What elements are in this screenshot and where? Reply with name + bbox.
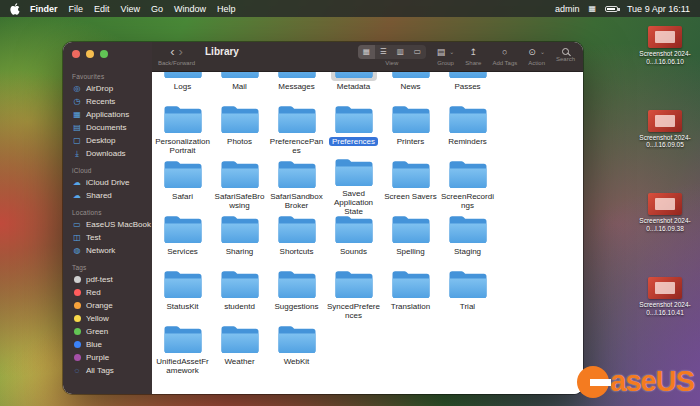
desktop-icon-screenshot[interactable]: Screenshot 2024-0...l.16.09.05 [635,110,695,150]
group-button[interactable]: ▤ ⌄ Group [437,45,455,66]
folder-label: Logs [174,82,191,91]
sidebar-item-label: pdf-test [86,275,113,284]
folder-item-reminders[interactable]: Reminders [439,101,496,156]
menu-item-window[interactable]: Window [174,4,206,14]
desktop-icon-screenshot[interactable]: Screenshot 2024-0...l.16.10.41 [635,277,695,317]
sidebar-item-purple[interactable]: Purple [63,351,152,364]
folder-item-mail[interactable]: Mail [211,72,268,101]
folder-item-sharing[interactable]: Sharing [211,211,268,266]
tag-dot-icon [74,354,81,361]
folder-label: Printers [397,137,425,146]
folder-item-webkit[interactable]: WebKit [268,321,325,376]
sidebar-item-blue[interactable]: Blue [63,338,152,351]
folder-item-trial[interactable]: Trial [439,266,496,321]
sidebar-item-label: Purple [86,353,109,362]
folder-item-safarisafebrowsing[interactable]: SafariSafeBrowsing [211,156,268,211]
folder-item-screen-savers[interactable]: Screen Savers [382,156,439,211]
folder-item-translation[interactable]: Translation [382,266,439,321]
back-button[interactable]: ‹ [170,46,174,58]
sidebar-item-green[interactable]: Green [63,325,152,338]
menu-clock[interactable]: Tue 9 Apr 16:11 [627,4,690,14]
folder-item-syncedpreferences[interactable]: SyncedPreferences [325,266,382,321]
folder-label-text: SyncedPreferences [327,302,380,320]
folder-item-weather[interactable]: Weather [211,321,268,376]
sidebar-item-orange[interactable]: Orange [63,299,152,312]
folder-view: LogsMailMessagesMetadataNewsPassesPerson… [152,72,583,394]
easeus-logo-text: aseUS [610,365,694,398]
input-source-icon[interactable]: ▦ [588,4,596,13]
menu-item-edit[interactable]: Edit [94,4,110,14]
folder-item-messages[interactable]: Messages [268,72,325,101]
folder-item-preferencepanes[interactable]: PreferencePanes [268,101,325,156]
view-gallery-button[interactable]: ▭ [409,45,426,59]
folder-label-text: SafariSandboxBroker [270,192,322,210]
zoom-button[interactable] [100,50,108,58]
sidebar-item-pdf-test[interactable]: pdf-test [63,273,152,286]
minimize-button[interactable] [86,50,94,58]
apple-menu[interactable] [10,3,20,15]
folder-item-unifiedassetframework[interactable]: UnifiedAssetFramework [154,321,211,376]
view-icons-button[interactable]: ▦ [358,45,375,59]
sidebar-item-easeus-macbook-air[interactable]: ▭EaseUS MacBook Air [63,218,152,231]
view-columns-button[interactable]: ▥ [392,45,409,59]
sidebar-item-airdrop[interactable]: ◎AirDrop [63,82,152,95]
folder-item-safarisandboxbroker[interactable]: SafariSandboxBroker [268,156,325,211]
folder-item-staging[interactable]: Staging [439,211,496,266]
sidebar-item-applications[interactable]: ▦Applications [63,108,152,121]
sidebar-item-recents[interactable]: ◷Recents [63,95,152,108]
desktop-icon-screenshot[interactable]: Screenshot 2024-0...l.16.06.10 [635,26,695,66]
action-button[interactable]: ⊙ ⌄ Action [528,45,545,66]
sidebar-item-downloads[interactable]: ⤓Downloads [63,147,152,160]
folder-label-text: UnifiedAssetFramework [156,357,208,375]
menu-item-help[interactable]: Help [217,4,236,14]
folder-item-shortcuts[interactable]: Shortcuts [268,211,325,266]
folder-label-text: StatusKit [166,302,198,311]
battery-icon[interactable] [605,6,618,12]
add-tags-button[interactable]: ○ Add Tags [492,45,517,66]
folder-icon [160,72,206,81]
forward-button[interactable]: › [179,46,183,58]
folder-item-services[interactable]: Services [154,211,211,266]
folder-item-metadata[interactable]: Metadata [325,72,382,101]
folder-item-preferences[interactable]: Preferences [325,101,382,156]
sidebar-item-all-tags[interactable]: ◌All Tags [63,364,152,377]
folder-item-screenrecordings[interactable]: ScreenRecordings [439,156,496,211]
menu-item-finder[interactable]: Finder [30,4,58,14]
folder-item-sounds[interactable]: Sounds [325,211,382,266]
folder-item-news[interactable]: News [382,72,439,101]
folder-item-safari[interactable]: Safari [154,156,211,211]
menu-item-go[interactable]: Go [151,4,163,14]
folder-item-spelling[interactable]: Spelling [382,211,439,266]
sidebar-item-label: Desktop [86,136,115,145]
sidebar-item-red[interactable]: Red [63,286,152,299]
sidebar-item-icloud-drive[interactable]: ☁iCloud Drive [63,176,152,189]
folder-icon [274,267,320,301]
folder-item-printers[interactable]: Printers [382,101,439,156]
folder-label: PersonalizationPortrait [155,137,210,155]
search-button[interactable]: Search [556,45,575,62]
folder-item-personalizationportrait[interactable]: PersonalizationPortrait [154,101,211,156]
folder-item-photos[interactable]: Photos [211,101,268,156]
folder-item-passes[interactable]: Passes [439,72,496,101]
menu-item-file[interactable]: File [69,4,84,14]
folder-label-text: Suggestions [274,302,318,311]
sidebar-item-documents[interactable]: ▤Documents [63,121,152,134]
sidebar-item-desktop[interactable]: ▢Desktop [63,134,152,147]
sidebar-item-shared[interactable]: ☁Shared [63,189,152,202]
sidebar-item-network[interactable]: ◍Network [63,244,152,257]
folder-item-logs[interactable]: Logs [154,72,211,101]
close-button[interactable] [72,50,80,58]
sidebar-item-test[interactable]: ◫Test [63,231,152,244]
menu-user[interactable]: admin [555,4,580,14]
folder-item-statuskit[interactable]: StatusKit [154,266,211,321]
folder-item-saved-application-state[interactable]: Saved Application State [325,156,382,211]
folder-item-suggestions[interactable]: Suggestions [268,266,325,321]
menu-item-view[interactable]: View [121,4,140,14]
sidebar-item-yellow[interactable]: Yellow [63,312,152,325]
folder-label: ScreenRecordings [440,192,495,210]
desktop-icon-screenshot[interactable]: Screenshot 2024-0...l.16.09.38 [635,193,695,233]
share-button[interactable]: ↥ Share [465,45,481,66]
view-list-button[interactable]: ☰ [375,45,392,59]
folder-item-studentd[interactable]: studentd [211,266,268,321]
menu-items: FinderFileEditViewGoWindowHelp [30,4,235,14]
